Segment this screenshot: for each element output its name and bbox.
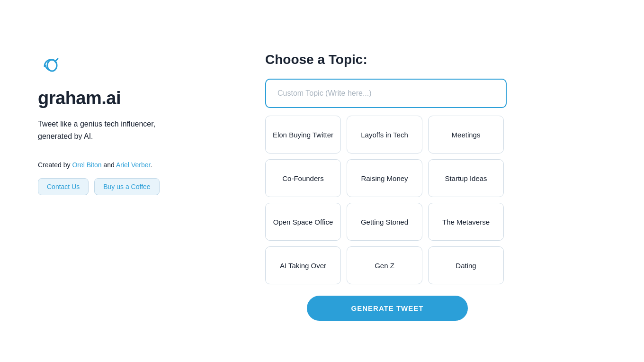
topic-button[interactable]: Layoffs in Tech (347, 116, 422, 154)
topic-button[interactable]: Open Space Office (265, 203, 341, 241)
page-container: graham.ai Tweet like a genius tech influ… (0, 0, 644, 362)
topic-button[interactable]: Elon Buying Twitter (265, 116, 341, 154)
logo-icon (38, 52, 63, 77)
credits-prefix: Created by (38, 161, 72, 169)
author1-link[interactable]: Orel Biton (72, 161, 101, 169)
topic-button[interactable]: AI Taking Over (265, 246, 341, 284)
topic-button[interactable]: Getting Stoned (347, 203, 422, 241)
topic-button[interactable]: The Metaverse (428, 203, 504, 241)
topic-button[interactable]: Startup Ideas (428, 159, 504, 197)
topic-button[interactable]: Meetings (428, 116, 504, 154)
coffee-button[interactable]: Buy us a Coffee (94, 178, 159, 195)
contact-button[interactable]: Contact Us (38, 178, 89, 195)
topic-button[interactable]: Co-Founders (265, 159, 341, 197)
action-buttons: Contact Us Buy us a Coffee (38, 178, 237, 195)
author2-link[interactable]: Ariel Verber (116, 161, 150, 169)
credits-period: . (150, 161, 152, 169)
credits: Created by Orel Biton and Ariel Verber. (38, 161, 237, 169)
credits-and: and (102, 161, 116, 169)
svg-point-0 (47, 60, 57, 71)
left-panel: graham.ai Tweet like a genius tech influ… (38, 0, 237, 362)
topics-grid: Elon Buying TwitterLayoffs in TechMeetin… (265, 116, 510, 284)
custom-topic-input[interactable] (265, 79, 507, 108)
topic-button[interactable]: Gen Z (347, 246, 422, 284)
tagline: Tweet like a genius tech influencer, gen… (38, 118, 170, 142)
generate-section: GENERATE TWEET (265, 296, 510, 321)
generate-tweet-button[interactable]: GENERATE TWEET (307, 296, 468, 321)
choose-title: Choose a Topic: (265, 52, 606, 67)
right-panel: Choose a Topic: Elon Buying TwitterLayof… (237, 0, 606, 362)
brand-name: graham.ai (38, 88, 237, 109)
topic-button[interactable]: Dating (428, 246, 504, 284)
topic-button[interactable]: Raising Money (347, 159, 422, 197)
